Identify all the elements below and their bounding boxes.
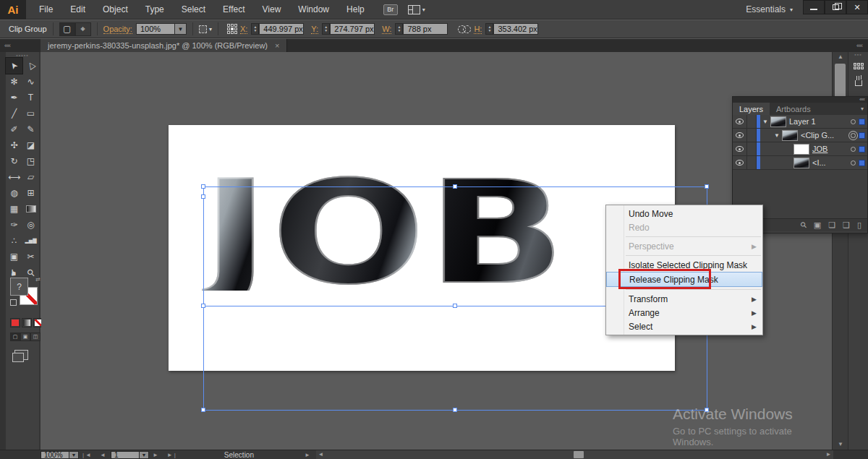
- delete-icon[interactable]: ▯: [857, 220, 861, 230]
- next-artboard-button[interactable]: ►: [153, 452, 160, 458]
- tool-rectangle[interactable]: ▭: [22, 106, 39, 121]
- swatches-panel-icon[interactable]: [848, 57, 868, 74]
- menu-item-help[interactable]: Help: [338, 0, 373, 19]
- dock-collapse-icon[interactable]: ««: [832, 39, 868, 52]
- layer-thumbnail[interactable]: [793, 158, 809, 168]
- tool-selection[interactable]: ➤: [6, 58, 22, 74]
- w-field[interactable]: 788 px: [403, 23, 448, 35]
- layer-row-i[interactable]: <I...: [733, 156, 867, 170]
- w-label[interactable]: W:: [382, 25, 391, 34]
- target-circle-icon[interactable]: [851, 119, 856, 124]
- horizontal-scrollbar[interactable]: ◄ ►: [316, 450, 833, 459]
- lock-column[interactable]: [747, 115, 757, 128]
- layer-name[interactable]: <Clip G...: [801, 131, 834, 140]
- go-to-bridge-button[interactable]: Br: [383, 4, 398, 15]
- tool-free-transform[interactable]: ▱: [22, 169, 39, 185]
- zoom-dropdown-icon[interactable]: ▼: [69, 451, 79, 459]
- selection-handle[interactable]: [201, 408, 205, 412]
- tab-artboards[interactable]: Artboards: [770, 103, 817, 115]
- scroll-right-icon[interactable]: ►: [824, 450, 833, 459]
- tool-magic-wand[interactable]: ✻: [6, 74, 22, 90]
- opacity-value[interactable]: 100%: [136, 23, 175, 35]
- layer-thumbnail[interactable]: [793, 144, 809, 155]
- constrain-link-icon[interactable]: [458, 25, 471, 33]
- selection-handle[interactable]: [453, 184, 457, 189]
- x-stepper[interactable]: ▲▼: [251, 23, 259, 35]
- y-label[interactable]: Y:: [311, 25, 318, 34]
- first-artboard-button[interactable]: |◄: [82, 452, 93, 458]
- context-menu-item-redo[interactable]: Redo: [606, 220, 762, 234]
- layer-thumbnail[interactable]: [770, 116, 786, 127]
- context-menu-item-arrange[interactable]: Arrange▶: [606, 306, 762, 319]
- opacity-dropdown-icon[interactable]: ▼: [175, 23, 187, 35]
- x-field[interactable]: 449.997 px: [259, 23, 304, 35]
- panel-collapse-icon[interactable]: ««: [733, 97, 867, 103]
- context-menu-item-transform[interactable]: Transform▶: [606, 292, 762, 306]
- make-clip-mask-icon[interactable]: ▣: [814, 220, 821, 230]
- y-field[interactable]: 274.797 px: [330, 23, 375, 35]
- locate-object-icon[interactable]: ⚲: [798, 220, 809, 231]
- artboard-number-field[interactable]: 1: [111, 451, 140, 459]
- draw-normal-button[interactable]: ▢: [10, 333, 20, 341]
- lock-column[interactable]: [747, 129, 757, 142]
- tool-line-segment[interactable]: ╱: [6, 106, 22, 121]
- selection-handle[interactable]: [453, 304, 457, 308]
- tool-slice[interactable]: ✂: [22, 249, 39, 265]
- tool-artboard[interactable]: ▣: [6, 249, 22, 265]
- menu-item-object[interactable]: Object: [94, 0, 137, 19]
- context-menu-item-undo-move[interactable]: Undo Move: [606, 207, 762, 220]
- layer-row-clipg[interactable]: ▼<Clip G...: [733, 129, 867, 142]
- dock-grip[interactable]: ▪▪▪: [848, 52, 868, 57]
- gradient-button[interactable]: [22, 318, 32, 327]
- menu-item-type[interactable]: Type: [137, 0, 173, 19]
- target-circle-icon[interactable]: [851, 147, 856, 152]
- menu-item-file[interactable]: File: [30, 0, 61, 19]
- tool-blob-brush[interactable]: ✣: [6, 137, 22, 153]
- target-circle-icon[interactable]: [851, 160, 856, 166]
- expander-icon[interactable]: ▼: [762, 119, 769, 125]
- selection-handle[interactable]: [705, 184, 709, 189]
- tool-shape-builder[interactable]: ◍: [6, 185, 22, 201]
- horizontal-scrollbar-thumb[interactable]: [574, 451, 584, 458]
- draw-behind-button[interactable]: ▣: [20, 333, 30, 341]
- tool-gradient[interactable]: [22, 201, 39, 217]
- opacity-label[interactable]: Opacity:: [103, 25, 132, 34]
- job-clip-group-artwork[interactable]: JOB: [202, 175, 568, 291]
- menu-item-window[interactable]: Window: [289, 0, 338, 19]
- scroll-down-icon[interactable]: ▼: [833, 439, 848, 450]
- draw-inside-button[interactable]: ◫: [30, 333, 41, 341]
- selection-color-chip[interactable]: [859, 146, 865, 153]
- tab-close-icon[interactable]: ×: [275, 41, 279, 50]
- layer-row-layer1[interactable]: ▼Layer 1: [733, 115, 867, 129]
- arrange-documents-button[interactable]: ▾: [408, 5, 425, 14]
- menu-item-effect[interactable]: Effect: [214, 0, 253, 19]
- tool-rotate[interactable]: ↻: [6, 153, 22, 169]
- context-menu-item-select[interactable]: Select▶: [606, 319, 762, 333]
- tool-paintbrush[interactable]: ✐: [6, 121, 22, 137]
- color-button[interactable]: [10, 318, 20, 327]
- lock-column[interactable]: [747, 156, 757, 169]
- selection-handle[interactable]: [201, 184, 205, 189]
- selection-color-chip[interactable]: [859, 132, 865, 139]
- layer-name[interactable]: JOB: [812, 145, 827, 153]
- selection-color-chip[interactable]: [859, 160, 865, 166]
- tab-layers[interactable]: Layers: [733, 103, 770, 115]
- edit-contents-button[interactable]: ⌖: [75, 22, 91, 36]
- panel-grip[interactable]: ▪▪▪▪▪: [6, 52, 39, 58]
- tool-scale[interactable]: ◳: [22, 153, 39, 169]
- vertical-scrollbar-thumb[interactable]: [835, 64, 846, 98]
- layer-name[interactable]: <I...: [812, 158, 826, 167]
- visibility-toggle[interactable]: [733, 115, 747, 128]
- selection-handle[interactable]: [201, 304, 205, 308]
- visibility-toggle[interactable]: [733, 142, 747, 155]
- context-menu-item-perspective[interactable]: Perspective▶: [606, 239, 762, 253]
- selection-color-chip[interactable]: [859, 119, 865, 125]
- document-tab[interactable]: jeremy-perkins-380335-unsplash.jpg* @ 10…: [41, 39, 287, 52]
- target-circle-icon[interactable]: [851, 133, 856, 138]
- tool-eraser[interactable]: ◪: [22, 137, 39, 153]
- expander-icon[interactable]: ▼: [773, 132, 780, 139]
- new-layer-icon[interactable]: ❑: [843, 220, 850, 230]
- w-stepper[interactable]: ▲▼: [395, 23, 403, 35]
- tool-pen[interactable]: ✒: [6, 90, 22, 106]
- workspace-switcher[interactable]: Essentials ▾: [746, 4, 793, 14]
